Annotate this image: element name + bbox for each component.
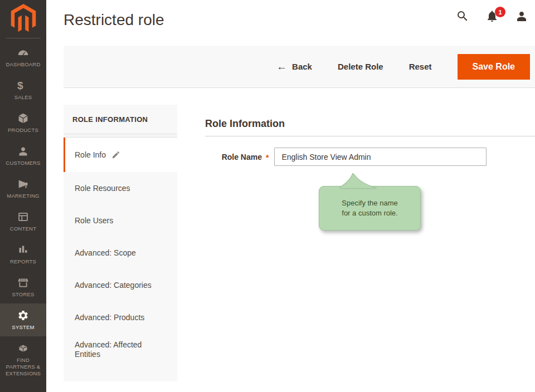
header-actions: 1 bbox=[456, 9, 528, 23]
sidebar-item-products[interactable]: PRODUCTS bbox=[0, 106, 46, 139]
user-account-icon[interactable] bbox=[515, 9, 528, 23]
sales-icon: $ bbox=[17, 80, 29, 91]
content-icon bbox=[17, 211, 29, 223]
tab-label: Advanced: Products bbox=[75, 313, 144, 322]
tab-role-users[interactable]: Role Users bbox=[64, 204, 177, 237]
tab-role-info[interactable]: Role Info bbox=[64, 138, 177, 172]
tab-advanced-scope[interactable]: Advanced: Scope bbox=[64, 237, 177, 269]
delete-role-label: Delete Role bbox=[338, 62, 383, 71]
sidebar-item-reports[interactable]: REPORTS bbox=[0, 238, 46, 271]
sidebar-item-label: CUSTOMERS bbox=[6, 160, 40, 166]
marketing-icon bbox=[17, 178, 29, 190]
search-icon[interactable] bbox=[456, 9, 469, 23]
section-divider bbox=[205, 136, 535, 136]
sidebar-item-label: SYSTEM bbox=[12, 324, 34, 331]
role-info-form: Role Information Role Name * Specify the… bbox=[205, 105, 535, 382]
sidebar-item-label: MARKETING bbox=[7, 193, 39, 199]
save-role-button[interactable]: Save Role bbox=[458, 54, 530, 80]
back-arrow-icon: ← bbox=[276, 61, 287, 72]
role-name-label: Role Name bbox=[205, 153, 262, 161]
sidebar-item-sales[interactable]: $ SALES bbox=[0, 74, 46, 106]
help-tooltip-balloon: Specify the name for a custom role. bbox=[319, 186, 421, 231]
back-button-label: Back bbox=[292, 62, 312, 71]
sidebar-item-label: STORES bbox=[12, 291, 34, 298]
tooltip-tail bbox=[320, 173, 387, 188]
sidebar-item-marketing[interactable]: MARKETING bbox=[0, 172, 46, 205]
sidebar-item-content[interactable]: CONTENT bbox=[0, 205, 46, 238]
sidebar-item-label: CONTENT bbox=[10, 226, 36, 232]
delete-role-button[interactable]: Delete Role bbox=[338, 62, 383, 71]
notification-badge: 1 bbox=[495, 7, 505, 17]
sidebar-divider bbox=[6, 38, 41, 38]
reset-button[interactable]: Reset bbox=[409, 62, 432, 71]
sidebar-item-stores[interactable]: STORES bbox=[0, 271, 46, 303]
required-asterisk: * bbox=[266, 153, 269, 162]
dashboard-icon bbox=[17, 47, 29, 58]
customers-icon bbox=[17, 145, 29, 157]
sidebar-item-label: REPORTS bbox=[10, 258, 36, 265]
tab-advanced-products[interactable]: Advanced: Products bbox=[64, 301, 177, 334]
admin-page: Restricted role 1 ← Back Delete Role Res… bbox=[46, 0, 535, 392]
sidebar-item-customers[interactable]: CUSTOMERS bbox=[0, 139, 46, 172]
tab-label: Role Users bbox=[75, 216, 113, 226]
tab-advanced-categories[interactable]: Advanced: Categories bbox=[64, 269, 177, 301]
tab-label: Advanced: Affected Entities bbox=[75, 340, 169, 359]
sidebar-item-dashboard[interactable]: DASHBOARD bbox=[0, 41, 46, 74]
reports-icon bbox=[17, 244, 29, 256]
notifications-bell-icon[interactable]: 1 bbox=[485, 9, 499, 23]
tab-label: Advanced: Scope bbox=[75, 248, 136, 258]
sidebar-item-label: PRODUCTS bbox=[8, 127, 38, 134]
pencil-icon bbox=[111, 150, 120, 159]
sidebar-item-find-partners[interactable]: FIND PARTNERS & EXTENSIONS bbox=[0, 336, 46, 383]
reset-label: Reset bbox=[409, 62, 432, 71]
tooltip-text-line1: Specify the name bbox=[342, 198, 397, 208]
find-partners-icon bbox=[17, 342, 29, 354]
magento-logo-icon bbox=[11, 4, 36, 35]
role-tab-list: Role Info Role Resources Role Users Adva… bbox=[64, 138, 177, 381]
admin-sidebar: DASHBOARD $ SALES PRODUCTS CUSTOMERS MAR… bbox=[0, 0, 46, 392]
system-icon bbox=[17, 310, 29, 321]
tab-label: Role Info bbox=[75, 150, 106, 160]
page-header: Restricted role 1 bbox=[46, 0, 535, 45]
magento-logo[interactable] bbox=[0, 0, 46, 35]
sidebar-item-label: SALES bbox=[14, 94, 32, 101]
page-action-toolbar: ← Back Delete Role Reset Save Role bbox=[64, 46, 535, 88]
sidebar-item-label: FIND PARTNERS & EXTENSIONS bbox=[2, 357, 45, 377]
sidebar-item-system[interactable]: SYSTEM bbox=[0, 303, 46, 336]
sidebar-item-label: DASHBOARD bbox=[6, 61, 41, 68]
tab-role-resources[interactable]: Role Resources bbox=[64, 172, 177, 204]
role-information-panel: ROLE INFORMATION Role Info Role Resource… bbox=[64, 105, 177, 381]
tab-label: Role Resources bbox=[75, 184, 130, 193]
role-panel-header: ROLE INFORMATION bbox=[64, 105, 177, 134]
products-icon bbox=[17, 112, 29, 124]
back-button[interactable]: ← Back bbox=[276, 61, 312, 72]
role-name-input[interactable] bbox=[274, 148, 487, 166]
stores-icon bbox=[17, 277, 29, 288]
role-name-field-row: Role Name * bbox=[205, 148, 535, 166]
page-title: Restricted role bbox=[64, 11, 164, 29]
tooltip-text-line2: for a custom role. bbox=[342, 208, 397, 218]
section-title: Role Information bbox=[205, 118, 535, 130]
content-area: ROLE INFORMATION Role Info Role Resource… bbox=[64, 105, 535, 382]
tab-label: Advanced: Categories bbox=[75, 281, 152, 290]
tab-advanced-affected-entities[interactable]: Advanced: Affected Entities bbox=[64, 334, 177, 366]
